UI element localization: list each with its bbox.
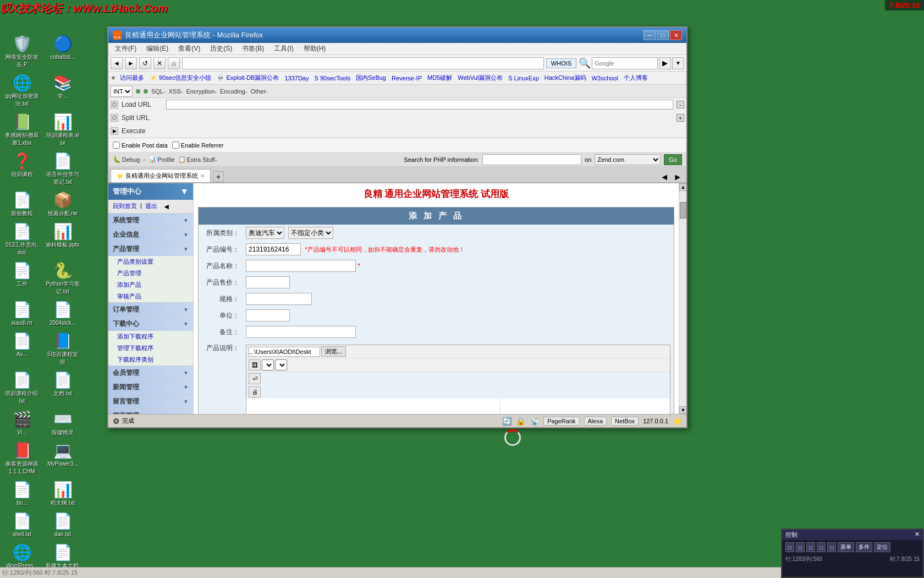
rte-filepath-input[interactable] (249, 347, 320, 357)
enable-post-checkbox[interactable]: Enable Post data (113, 141, 168, 149)
menu-bookmarks[interactable]: 书签(B) (238, 43, 268, 54)
taskbar-close-icon[interactable]: ✕ (915, 531, 920, 539)
status-star-icon[interactable]: ⭐ (673, 417, 682, 426)
whois-button[interactable]: WHOIS (546, 58, 576, 68)
spec-input[interactable] (246, 293, 312, 305)
desktop-icon-doc[interactable]: 📄文档.txt (43, 369, 82, 407)
desktop-icon-train2[interactable]: ❓培训课程 (2, 150, 42, 188)
menu-file[interactable]: 文件(F) (111, 43, 141, 54)
desktop-icon-2004[interactable]: 📄2004stck... (43, 298, 82, 329)
stop-button[interactable]: ✕ (153, 57, 166, 69)
tab-chevron-right[interactable]: ► (671, 172, 684, 182)
menu-view[interactable]: 查看(V) (174, 43, 205, 54)
desktop-icon-trainintro[interactable]: 📄培训课程介绍.txt (2, 369, 42, 407)
desktop-icon-security[interactable]: 🛡️网络安全防攻击.P (2, 32, 42, 70)
menu-tools[interactable]: 工具(I) (270, 43, 298, 54)
maximize-button[interactable]: □ (657, 30, 669, 40)
scrollbar-down-arrow[interactable]: ▼ (679, 406, 686, 414)
bookmark-sebug[interactable]: 国内SeBug (354, 73, 388, 83)
enable-referrer-input[interactable] (172, 141, 179, 149)
sidebar-section-honor-header[interactable]: 荣营管理 ▼ (108, 409, 193, 414)
search-input[interactable] (592, 57, 658, 69)
sidebar-section-member-header[interactable]: 会员管理 ▼ (108, 366, 193, 380)
bookmark-blog[interactable]: 个人博客 (622, 73, 650, 83)
php-search-input[interactable] (482, 154, 581, 165)
bookmark-md5[interactable]: MD5破解 (426, 73, 454, 83)
sql-type-select[interactable]: INT (111, 86, 133, 97)
xss-link[interactable]: XSS- (169, 88, 183, 95)
sidebar-section-system-header[interactable]: 系统管理 ▼ (108, 214, 193, 227)
sidebar-section-message-header[interactable]: 留言管理 ▼ (108, 395, 193, 408)
taskbar-btn-3[interactable]: □ (806, 542, 815, 552)
desktop-icon-mypower[interactable]: 💻MyPower3... (43, 439, 82, 477)
menu-edit[interactable]: 编辑(E) (142, 43, 173, 54)
sidebar-home-link[interactable]: 回到首页 (113, 202, 137, 211)
rte-browse-button[interactable]: 浏览... (321, 346, 346, 357)
zend-select[interactable]: Zend.com (595, 154, 661, 165)
pagerank-badge[interactable]: PageRank (543, 417, 579, 426)
bookmark-exploit[interactable]: 💀 Exploit-DB漏洞公布 (215, 73, 280, 83)
sidebar-item-add-download[interactable]: 添加下载程序 (108, 331, 193, 342)
taskbar-multi-button[interactable]: 多件 (856, 542, 872, 552)
execute-icon[interactable]: ▶ (111, 127, 118, 135)
forward-button[interactable]: ► (125, 57, 137, 69)
tab-main[interactable]: ⭐ 良精通用企业网站管理系统 ✕ (111, 169, 211, 182)
rte-indent-button[interactable]: ⏎ (249, 373, 261, 384)
rte-image-button[interactable]: 🖼 (249, 359, 261, 370)
split-url-label[interactable]: Split URL (122, 114, 163, 122)
search-options-button[interactable]: ▼ (672, 57, 684, 69)
desktop-icon-train5[interactable]: 📘5培训课程安排 (43, 330, 82, 368)
scrollbar-thumb[interactable] (680, 202, 686, 219)
alexa-badge[interactable]: Alexa (584, 417, 607, 426)
bookmark-hack[interactable]: HackChina漏码 (543, 73, 588, 83)
reload-button[interactable]: ↺ (139, 57, 151, 69)
taskbar-btn-2[interactable]: □ (796, 542, 805, 552)
sidebar-collapse-icon[interactable]: ▼ (180, 187, 189, 197)
sidebar-arrow-icon[interactable]: ◄ (163, 202, 170, 211)
menu-help[interactable]: 帮助(H) (299, 43, 331, 54)
minimize-button[interactable]: ─ (644, 30, 656, 40)
rte-font-select[interactable] (275, 359, 287, 370)
category-select-2[interactable]: 不指定小类 (288, 227, 333, 239)
desktop-icon-vi[interactable]: 🎬Vi... (2, 408, 42, 438)
category-select-1[interactable]: 奥迪汽车 (246, 227, 284, 239)
status-refresh-icon[interactable]: 🔄 (502, 417, 512, 426)
taskbar-locate-button[interactable]: 定位 (874, 542, 890, 552)
load-url-input[interactable]: http://127.0.0.1:81/1/admin/default.asp (166, 100, 673, 110)
sidebar-section-product-header[interactable]: 产品管理 ▼ (108, 242, 193, 256)
remark-input[interactable] (246, 326, 356, 338)
desktop-icon-training[interactable]: 📊培训课程表.xlsx (43, 111, 82, 149)
bookmark-linux[interactable]: S LinuxExp (507, 74, 541, 82)
rte-print-button[interactable]: 🖨 (249, 386, 261, 397)
menu-history[interactable]: 历史(S) (206, 43, 237, 54)
search-icon[interactable]: 🔍 (579, 57, 591, 69)
desktop-icon-excel1[interactable]: 📗孝感姆别·撒双册1.xlsx (2, 111, 42, 149)
enable-post-input[interactable] (113, 141, 120, 149)
desktop-icon-outline[interactable]: 📊程大纲.txt (43, 478, 82, 509)
other-link[interactable]: Other- (251, 88, 268, 95)
tab-close-icon[interactable]: ✕ (200, 173, 205, 179)
search-button[interactable]: ▶ (659, 57, 671, 69)
taskbar-btn-5[interactable]: □ (827, 542, 836, 552)
netbox-badge[interactable]: NetBox (611, 417, 639, 426)
split-url-icon[interactable]: ⬡ (111, 114, 118, 122)
split-url-plus-button[interactable]: + (676, 114, 684, 122)
bookmark-90sec-tools[interactable]: S 90secTools (313, 74, 352, 82)
desktop-icon-original[interactable]: 📄原创教程 (2, 189, 42, 219)
encoding-link[interactable]: Encoding- (220, 88, 248, 95)
rte-style-select[interactable] (262, 359, 274, 370)
desktop-icon-python[interactable]: 🐍Python学习笔记.txt (43, 259, 82, 297)
tab-add-button[interactable]: + (213, 171, 224, 182)
product-price-input[interactable] (246, 276, 290, 288)
extra-stuff-item[interactable]: 📋 Extra Stuff- (178, 156, 217, 163)
sidebar-item-add-product[interactable]: 添加产品 (108, 279, 193, 291)
desktop-icon-work[interactable]: 📄工作 (2, 259, 42, 297)
rte-side-area[interactable] (501, 399, 670, 414)
load-url-minus-button[interactable]: - (676, 101, 684, 108)
scrollbar-up-arrow[interactable]: ▲ (679, 183, 686, 191)
enable-referrer-checkbox[interactable]: Enable Referrer (172, 141, 224, 149)
sql-link[interactable]: SQL- (151, 88, 166, 95)
go-button[interactable]: Go (664, 154, 682, 165)
debug-bug-icon[interactable]: 🐛 Debug (113, 156, 140, 163)
sidebar-section-news-header[interactable]: 新闻管理 ▼ (108, 380, 193, 394)
